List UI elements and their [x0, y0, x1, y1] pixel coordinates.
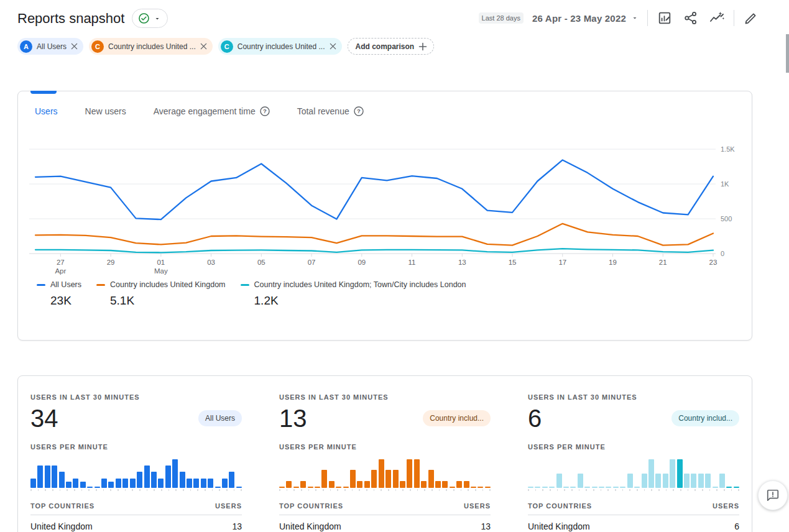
- axis-tick: [601, 489, 602, 491]
- minute-bar: [95, 487, 100, 488]
- edit-button[interactable]: [743, 10, 759, 26]
- axis-tick: [410, 489, 411, 491]
- minute-bar: [549, 487, 555, 488]
- minute-bar: [442, 481, 448, 488]
- minute-bar-slot: [236, 458, 242, 488]
- minute-bar: [66, 482, 72, 488]
- minute-bar-slot: [592, 458, 598, 488]
- close-icon[interactable]: [71, 43, 78, 50]
- minute-bar: [144, 466, 150, 488]
- minute-bar: [52, 466, 57, 488]
- minute-bar: [471, 487, 476, 488]
- minute-bar: [478, 487, 483, 488]
- axis-tick: [175, 489, 177, 491]
- axis-tick: [110, 489, 111, 491]
- tab-average-engagement-time[interactable]: Average engagement time ?: [154, 106, 270, 116]
- axis-tick: [226, 489, 228, 491]
- minute-bar: [698, 474, 704, 488]
- minute-bar-slot: [642, 458, 647, 488]
- country-users: 13: [232, 521, 242, 531]
- minute-bar-slot: [73, 458, 78, 488]
- minute-bar: [578, 474, 583, 488]
- minute-bar-slot: [634, 458, 640, 488]
- axis-tick: [644, 489, 645, 491]
- minute-bar-slot: [421, 458, 427, 488]
- axis-tick: [724, 489, 725, 491]
- tab-new-users[interactable]: New users: [85, 106, 126, 116]
- minute-bar: [371, 470, 377, 488]
- minute-bar-slot: [385, 458, 391, 488]
- legend-swatch: [96, 284, 105, 286]
- close-icon[interactable]: [330, 43, 336, 50]
- minute-bar-slot: [308, 458, 313, 488]
- axis-tick: [197, 489, 198, 491]
- minute-bar: [293, 487, 299, 488]
- date-range-selector[interactable]: 26 Apr - 23 May 2022: [532, 13, 639, 24]
- axis-tick: [241, 489, 242, 491]
- chip-avatar: A: [20, 40, 32, 53]
- feedback-icon: [766, 488, 780, 502]
- axis-tick: [287, 489, 288, 491]
- minute-bar: [691, 474, 696, 488]
- close-icon[interactable]: [200, 43, 207, 50]
- minute-bar-slot: [357, 458, 362, 488]
- minute-bar-slot: [122, 458, 128, 488]
- top-countries-header: TOP COUNTRIES: [279, 502, 343, 510]
- scrollbar-thumb[interactable]: [786, 34, 789, 73]
- legend-value: 5.1K: [110, 294, 226, 308]
- comparison-chip-all-users[interactable]: A All Users: [17, 38, 83, 55]
- comparison-chip-country-uk-london[interactable]: C Country includes United ...: [218, 38, 342, 55]
- tab-total-revenue[interactable]: Total revenue ?: [297, 106, 364, 116]
- feedback-button[interactable]: [758, 480, 788, 510]
- axis-tick: [550, 489, 551, 491]
- legend-swatch: [241, 284, 249, 286]
- svg-text:0: 0: [721, 250, 724, 257]
- tab-label: Total revenue: [297, 106, 349, 116]
- help-icon[interactable]: ?: [260, 106, 270, 116]
- minute-bar-slot: [130, 458, 136, 488]
- minute-bar-slot: [45, 458, 50, 488]
- axis-tick: [417, 489, 418, 491]
- minute-axis-ticks: [528, 489, 739, 491]
- axis-tick: [593, 489, 594, 491]
- axis-tick: [651, 489, 652, 491]
- axis-tick: [168, 489, 170, 491]
- axis-tick: [374, 489, 375, 491]
- users-per-minute-chart: [528, 458, 739, 488]
- axis-tick: [45, 489, 46, 491]
- minute-bar-slot: [705, 458, 711, 488]
- minute-bar: [642, 474, 647, 488]
- axis-tick: [607, 489, 609, 491]
- axis-tick: [234, 489, 235, 491]
- axis-tick: [731, 489, 732, 491]
- axis-tick: [439, 489, 440, 491]
- minute-bar: [137, 472, 142, 488]
- users-30min-label: USERS IN LAST 30 MINUTES: [30, 393, 242, 401]
- minute-bar: [236, 487, 242, 488]
- check-circle-icon: [138, 12, 150, 24]
- minute-bar: [321, 470, 327, 488]
- axis-tick: [315, 489, 316, 491]
- minute-bar-slot: [414, 458, 420, 488]
- comparison-chip-country-uk[interactable]: C Country includes United ...: [89, 38, 213, 55]
- tab-users[interactable]: Users: [35, 106, 58, 116]
- share-button[interactable]: [683, 10, 699, 26]
- minute-bar: [734, 487, 739, 488]
- minute-bar: [627, 474, 633, 488]
- add-comparison-button[interactable]: Add comparison: [348, 38, 435, 55]
- minute-bar-slot: [528, 458, 533, 488]
- users-30min-value: 6: [528, 405, 542, 433]
- minute-bar: [336, 487, 341, 488]
- minute-bar-slot: [158, 458, 164, 488]
- help-icon[interactable]: ?: [354, 106, 364, 116]
- customize-report-button[interactable]: [657, 10, 673, 26]
- country-users: 6: [734, 521, 739, 531]
- report-status-pill[interactable]: [132, 9, 168, 28]
- minute-bar: [670, 459, 675, 488]
- minute-bar: [215, 487, 221, 488]
- minute-bar-slot: [229, 458, 234, 488]
- minute-bar: [456, 481, 462, 488]
- minute-bar: [45, 466, 50, 488]
- axis-tick: [402, 489, 404, 491]
- insights-button[interactable]: [709, 10, 725, 26]
